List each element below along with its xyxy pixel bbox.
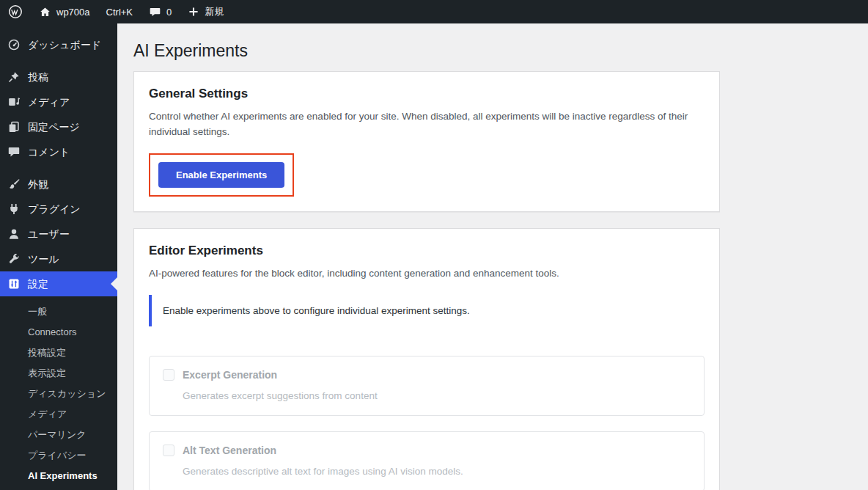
admin-sidebar: ダッシュボード 投稿 メディア 固定ページ コメント (0, 23, 117, 490)
editor-experiments-heading: Editor Experiments (149, 244, 705, 258)
editor-experiments-card: Editor Experiments AI-powered features f… (133, 228, 720, 490)
new-label: 新規 (205, 5, 224, 18)
experiment-item-alt-text-generation: Alt Text Generation Generates descriptiv… (149, 431, 705, 490)
page-title: AI Experiments (133, 34, 853, 71)
new-content-menu[interactable]: 新規 (180, 0, 232, 23)
settings-submenu: 一般 Connectors 投稿設定 表示設定 ディスカッション メディア パー… (0, 296, 117, 486)
alt-text-generation-checkbox[interactable] (163, 445, 174, 456)
sidebar-item-tools[interactable]: ツール (0, 246, 117, 271)
wordpress-logo-icon (8, 4, 23, 19)
submenu-item-writing[interactable]: 投稿設定 (0, 343, 117, 363)
general-settings-description: Control whether AI experiments are enabl… (149, 109, 695, 140)
sidebar-item-label: ダッシュボード (28, 38, 101, 51)
excerpt-generation-checkbox[interactable] (163, 369, 174, 381)
submenu-item-ai-experiments[interactable]: AI Experiments (0, 466, 117, 486)
appearance-icon (7, 178, 21, 191)
plugin-icon (7, 202, 21, 216)
main-content: AI Experiments General Settings Control … (117, 0, 868, 490)
admin-bar: wp700a Ctrl+K 0 新規 (0, 0, 868, 23)
sidebar-item-users[interactable]: ユーザー (0, 222, 117, 246)
general-settings-card: General Settings Control whether AI expe… (133, 71, 720, 212)
experiment-description: Generates excerpt suggestions from conte… (183, 390, 691, 401)
sidebar-item-label: ユーザー (28, 227, 70, 241)
users-icon (7, 227, 21, 241)
highlight-annotation: Enable Experiments (149, 153, 294, 197)
dashboard-icon (7, 38, 21, 51)
shortcut-label: Ctrl+K (106, 7, 133, 18)
submenu-item-reading[interactable]: 表示設定 (0, 363, 117, 384)
plus-icon (188, 6, 199, 18)
submenu-item-general[interactable]: 一般 (0, 301, 117, 322)
current-menu-arrow (111, 277, 117, 290)
general-settings-heading: General Settings (149, 87, 705, 101)
sidebar-item-label: 外観 (28, 178, 48, 191)
submenu-item-privacy[interactable]: プライバシー (0, 445, 117, 466)
sidebar-item-dashboard[interactable]: ダッシュボード (0, 32, 117, 57)
command-palette-shortcut[interactable]: Ctrl+K (98, 0, 141, 23)
experiment-label: Alt Text Generation (183, 445, 276, 456)
sidebar-item-label: 投稿 (28, 70, 48, 84)
comments-indicator[interactable]: 0 (141, 0, 180, 23)
sidebar-item-settings[interactable]: 設定 (0, 271, 117, 296)
sidebar-item-label: ツール (28, 252, 59, 266)
submenu-item-discussion[interactable]: ディスカッション (0, 384, 117, 404)
editor-experiments-description: AI-powered features for the block editor… (149, 266, 695, 282)
site-name: wp700a (56, 7, 90, 18)
sidebar-item-label: 設定 (28, 277, 48, 290)
sidebar-item-label: 固定ページ (28, 120, 80, 134)
sidebar-item-posts[interactable]: 投稿 (0, 65, 117, 89)
experiment-description: Generates descriptive alt text for image… (183, 466, 691, 477)
comment-bubble-icon (149, 6, 161, 18)
site-link[interactable]: wp700a (31, 0, 98, 23)
sidebar-item-pages[interactable]: 固定ページ (0, 114, 117, 139)
submenu-item-media[interactable]: メディア (0, 404, 117, 425)
sidebar-item-label: プラグイン (28, 202, 81, 216)
sidebar-item-comments[interactable]: コメント (0, 139, 117, 164)
tools-icon (7, 252, 21, 266)
notice-text: Enable experiments above to configure in… (163, 305, 470, 316)
home-icon (39, 6, 51, 18)
sidebar-item-label: コメント (28, 145, 70, 158)
enable-experiments-notice: Enable experiments above to configure in… (149, 295, 705, 326)
sidebar-item-appearance[interactable]: 外観 (0, 172, 117, 197)
pages-icon (7, 120, 21, 134)
pin-icon (7, 70, 21, 84)
comment-icon (7, 145, 21, 158)
media-icon (7, 95, 21, 109)
experiment-label: Excerpt Generation (183, 369, 277, 381)
wordpress-logo-menu[interactable] (0, 0, 31, 23)
settings-icon (7, 277, 21, 290)
experiment-item-excerpt-generation: Excerpt Generation Generates excerpt sug… (149, 356, 705, 416)
sidebar-item-media[interactable]: メディア (0, 89, 117, 114)
sidebar-item-plugins[interactable]: プラグイン (0, 197, 117, 222)
sidebar-item-label: メディア (28, 95, 70, 109)
comments-count: 0 (166, 7, 172, 18)
enable-experiments-button[interactable]: Enable Experiments (158, 162, 284, 188)
submenu-item-permalinks[interactable]: パーマリンク (0, 425, 117, 445)
submenu-item-connectors[interactable]: Connectors (0, 322, 117, 343)
